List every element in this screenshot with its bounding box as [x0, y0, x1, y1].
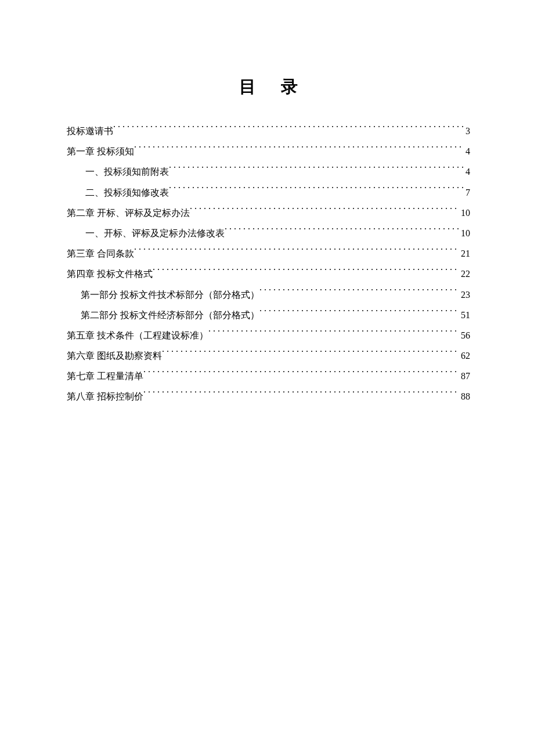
toc-leader-dots [208, 328, 460, 339]
toc-entry-label: 第八章 招标控制价 [67, 386, 143, 406]
toc-entry-label: 第二部分 投标文件经济标部分（部分格式） [81, 305, 259, 325]
toc-entry-label: 一、投标须知前附表 [85, 161, 169, 182]
toc-entry-label: 一、开标、评标及定标办法修改表 [85, 223, 225, 243]
toc-entry-label: 投标邀请书 [67, 121, 113, 141]
toc-entry-label: 第三章 合同条款 [67, 243, 134, 264]
toc-entry-page: 87 [460, 366, 470, 386]
toc-entry-page: 10 [460, 203, 470, 223]
toc-leader-dots [190, 206, 460, 216]
toc-entry-page: 22 [460, 264, 470, 284]
toc-leader-dots [143, 369, 460, 380]
toc-entry: 第五章 技术条件（工程建设标准）56 [67, 325, 470, 345]
toc-entry: 第三章 合同条款21 [67, 243, 470, 264]
toc-leader-dots [259, 308, 460, 318]
toc-leader-dots [153, 267, 460, 278]
toc-entry-label: 第五章 技术条件（工程建设标准） [67, 325, 208, 345]
toc-entry-page: 4 [464, 141, 470, 161]
toc-leader-dots [259, 287, 460, 298]
toc-entry-label: 第七章 工程量清单 [67, 366, 143, 386]
toc-entry-label: 第一部分 投标文件技术标部分（部分格式） [81, 285, 259, 305]
toc-entry: 第一章 投标须知4 [67, 141, 470, 161]
toc-leader-dots [134, 145, 464, 155]
toc-entry-page: 10 [460, 223, 470, 243]
toc-leader-dots [169, 165, 464, 175]
toc-entry: 二、投标须知修改表7 [67, 182, 470, 203]
toc-entry-page: 62 [460, 345, 470, 366]
toc-entry-label: 第六章 图纸及勘察资料 [67, 345, 162, 366]
toc-leader-dots [113, 124, 464, 134]
toc-leader-dots [134, 247, 460, 257]
toc-entry: 一、投标须知前附表4 [67, 161, 470, 182]
document-title: 目 录 [67, 75, 470, 99]
toc-entry: 投标邀请书3 [67, 121, 470, 141]
toc-leader-dots [162, 348, 460, 359]
toc-entry: 一、开标、评标及定标办法修改表10 [67, 223, 470, 243]
toc-entry-page: 7 [464, 182, 470, 203]
toc-entry-page: 23 [460, 285, 470, 305]
toc-entry-page: 51 [460, 305, 470, 325]
toc-entry-label: 二、投标须知修改表 [85, 182, 169, 203]
toc-entry-page: 21 [460, 243, 470, 264]
toc-entry-label: 第四章 投标文件格式 [67, 264, 153, 284]
toc-entry: 第一部分 投标文件技术标部分（部分格式）23 [67, 285, 470, 305]
table-of-contents: 投标邀请书3第一章 投标须知4一、投标须知前附表4二、投标须知修改表7第二章 开… [67, 121, 470, 407]
toc-entry: 第八章 招标控制价88 [67, 386, 470, 406]
toc-entry-label: 第二章 开标、评标及定标办法 [67, 203, 190, 223]
toc-leader-dots [169, 185, 464, 196]
toc-entry-page: 3 [464, 121, 470, 141]
toc-entry: 第二章 开标、评标及定标办法10 [67, 203, 470, 223]
toc-entry-page: 56 [460, 325, 470, 345]
toc-entry: 第二部分 投标文件经济标部分（部分格式）51 [67, 305, 470, 325]
toc-leader-dots [225, 226, 460, 236]
toc-entry: 第七章 工程量清单87 [67, 366, 470, 386]
toc-entry-page: 88 [460, 386, 470, 406]
toc-leader-dots [143, 390, 460, 400]
toc-entry-label: 第一章 投标须知 [67, 141, 134, 161]
toc-entry: 第四章 投标文件格式22 [67, 264, 470, 284]
toc-entry-page: 4 [464, 161, 470, 182]
toc-entry: 第六章 图纸及勘察资料62 [67, 345, 470, 366]
